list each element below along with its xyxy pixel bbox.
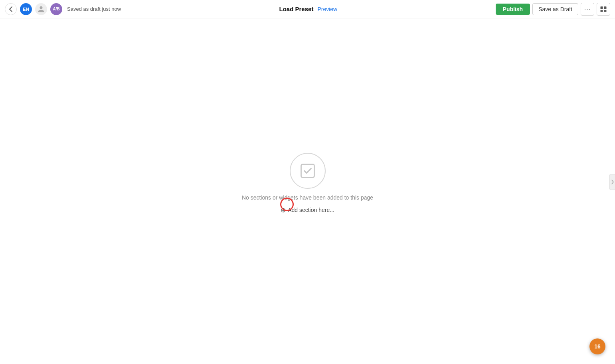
more-options-button[interactable]: ··· (581, 3, 594, 16)
chevron-right-icon (611, 180, 614, 184)
empty-message: No sections or widgets have been added t… (242, 194, 373, 201)
user-avatar[interactable] (35, 3, 47, 15)
preview-link[interactable]: Preview (317, 6, 337, 12)
add-section-label: Add section here... (288, 207, 334, 213)
empty-icon-circle (290, 153, 326, 189)
add-section-button[interactable]: ⊕ Add section here... (281, 206, 334, 214)
main-canvas: No sections or widgets have been added t… (0, 18, 615, 364)
notification-badge[interactable]: 16 (589, 338, 605, 354)
svg-rect-3 (604, 10, 607, 12)
notification-count: 16 (594, 343, 601, 350)
structure-icon (600, 6, 607, 13)
topbar-center: Load Preset Preview (124, 6, 492, 12)
svg-rect-4 (301, 164, 314, 177)
save-draft-button[interactable]: Save as Draft (532, 3, 578, 15)
svg-rect-0 (601, 6, 603, 9)
plus-circle-icon: ⊕ (281, 206, 286, 214)
language-avatar[interactable]: EN (20, 3, 32, 15)
ab-test-avatar[interactable]: A/B (50, 3, 62, 15)
checkmark-icon (299, 162, 316, 180)
page-title: Load Preset (279, 6, 314, 12)
topbar: EN A/B Saved as draft just now Load Pres… (0, 0, 615, 18)
topbar-actions: Publish Save as Draft ··· (496, 3, 610, 16)
back-button[interactable] (5, 3, 17, 15)
svg-rect-1 (604, 6, 607, 9)
structure-button[interactable] (597, 3, 610, 16)
collapse-handle[interactable] (609, 174, 615, 190)
svg-rect-2 (601, 10, 603, 12)
draft-status: Saved as draft just now (67, 6, 121, 12)
publish-button[interactable]: Publish (496, 4, 530, 15)
empty-state: No sections or widgets have been added t… (242, 153, 373, 214)
ellipsis-icon: ··· (584, 6, 591, 13)
